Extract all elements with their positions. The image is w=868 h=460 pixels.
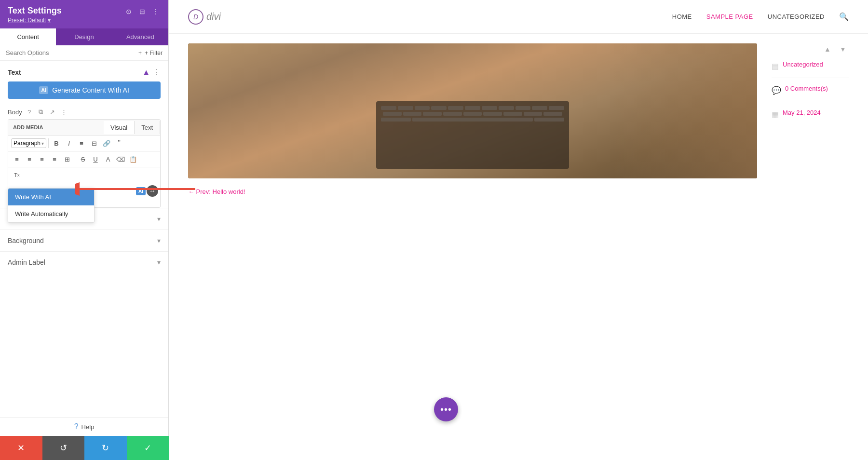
background-collapse-header[interactable]: Background ▾ (0, 230, 168, 251)
hero-image-inner (188, 43, 757, 178)
save-button[interactable]: ✓ (127, 436, 169, 460)
align-right-btn[interactable]: ≡ (36, 153, 48, 165)
paragraph-select[interactable]: Paragraph ▾ (11, 138, 46, 148)
subscript-btn[interactable]: Tx (11, 169, 23, 181)
sidebar-item-comments-text[interactable]: 0 Comments(s) (785, 85, 828, 92)
sidebar-item-date-text[interactable]: May 21, 2024 (783, 109, 821, 116)
cancel-button[interactable]: ✕ (0, 436, 42, 460)
nav-uncategorized[interactable]: UNCATEGORIZED (768, 13, 825, 20)
editor-toolbar-row2: ≡ ≡ ≡ ≡ ⊞ S U A ⌫ 📋 (8, 151, 160, 167)
add-media-button[interactable]: ADD MEDIA (8, 120, 48, 135)
panel-tabs: Content Design Advanced (0, 28, 168, 45)
search-bar: + + Filter (0, 45, 168, 61)
site-logo[interactable]: D divi (188, 9, 221, 25)
italic-btn[interactable]: I (63, 137, 75, 149)
write-automatically-item[interactable]: Write Automatically (8, 205, 94, 222)
align-left-btn[interactable]: ≡ (11, 153, 23, 165)
unordered-list-btn[interactable]: ≡ (76, 137, 87, 149)
background-section: Background ▾ (0, 230, 168, 251)
settings-icon[interactable]: ⊙ (124, 7, 134, 16)
generate-ai-button[interactable]: AI Generate Content With AI (8, 81, 161, 99)
help-footer: ? Help (0, 417, 168, 436)
tab-content[interactable]: Content (0, 28, 56, 45)
sidebar-item-uncategorized-text[interactable]: Uncategorized (783, 61, 823, 68)
background-collapse-icon: ▾ (157, 237, 161, 244)
search-nav-icon[interactable]: 🔍 (839, 12, 849, 21)
table-btn[interactable]: ⊞ (61, 153, 73, 165)
sidebar-nav-down[interactable]: ▼ (837, 43, 849, 55)
panel-title: Text Settings (8, 6, 124, 16)
help-circle-icon[interactable]: ? (25, 108, 34, 116)
prev-link[interactable]: ← Prev: Hello world! (188, 188, 757, 195)
paste-text-btn[interactable]: 📋 (127, 153, 139, 165)
search-input[interactable] (6, 49, 138, 56)
text-section-title: Text (8, 68, 21, 76)
ai-icon: AI (39, 86, 48, 94)
cursor-icon[interactable]: ↗ (48, 108, 57, 116)
main-article: ← Prev: Hello world! (188, 43, 757, 441)
ordered-list-btn[interactable]: ⊟ (88, 137, 100, 149)
link-collapse-icon: ▾ (157, 215, 161, 223)
redo-button[interactable]: ↻ (84, 436, 127, 460)
align-center-btn[interactable]: ≡ (24, 153, 35, 165)
ai-badge[interactable]: AI (136, 187, 146, 195)
tab-advanced[interactable]: Advanced (112, 28, 168, 45)
help-icon: ? (74, 422, 79, 431)
nav-links: HOME SAMPLE PAGE UNCATEGORIZED 🔍 (672, 12, 849, 21)
filter-button[interactable]: + + Filter (138, 50, 163, 56)
floating-action-button[interactable]: ••• (434, 397, 458, 421)
nav-sample-page[interactable]: SAMPLE PAGE (706, 13, 753, 20)
bold-btn[interactable]: B (51, 137, 62, 149)
link-btn[interactable]: 🔗 (101, 137, 112, 149)
admin-label-collapse-icon: ▾ (157, 258, 161, 266)
divider1 (48, 138, 49, 148)
calendar-icon: ▦ (772, 110, 779, 119)
columns-icon[interactable]: ⊟ (137, 7, 147, 16)
nav-home[interactable]: HOME (672, 13, 692, 20)
blockquote-btn[interactable]: " (113, 137, 125, 149)
strikethrough-btn[interactable]: S (77, 153, 89, 165)
align-justify-btn[interactable]: ≡ (49, 153, 60, 165)
editor-tab-text[interactable]: Text (135, 121, 160, 134)
left-panel: Text Settings Preset: Default ▾ ⊙ ⊟ ⋮ Co… (0, 0, 169, 460)
divider2 (75, 154, 75, 164)
text-color-btn[interactable]: A (102, 153, 114, 165)
tab-design[interactable]: Design (56, 28, 112, 45)
sidebar: ▲ ▼ ▤ Uncategorized 💬 0 Comments(s) ▦ Ma… (772, 43, 849, 441)
grid-icon: ▤ (772, 62, 779, 71)
undo-button[interactable]: ↺ (42, 436, 85, 460)
more-icon[interactable]: ⋮ (151, 7, 161, 16)
collapse-btn[interactable]: ▲ (142, 68, 150, 77)
right-content: D divi HOME SAMPLE PAGE UNCATEGORIZED 🔍 (169, 0, 868, 460)
sidebar-nav-arrows: ▲ ▼ (772, 43, 849, 55)
editor-toolbar-row3: Tx (8, 167, 160, 183)
editor-tab-visual[interactable]: Visual (104, 121, 135, 134)
comment-icon: 💬 (772, 86, 781, 95)
help-label[interactable]: Help (81, 423, 95, 431)
sidebar-item-comments: 💬 0 Comments(s) (772, 85, 849, 102)
admin-label-section: Admin Label ▾ (0, 251, 168, 273)
logo-circle: D (188, 9, 203, 25)
copy-icon[interactable]: ⧉ (37, 108, 45, 116)
underline-btn[interactable]: U (90, 153, 101, 165)
logo-name: divi (206, 11, 221, 22)
write-with-ai-item[interactable]: Write With AI (8, 189, 94, 205)
ai-button-label: Generate Content With AI (52, 86, 129, 94)
admin-label-collapse-header[interactable]: Admin Label ▾ (0, 252, 168, 273)
panel-header: Text Settings Preset: Default ▾ ⊙ ⊟ ⋮ (0, 0, 168, 28)
sidebar-nav-up[interactable]: ▲ (822, 43, 833, 55)
sidebar-item-uncategorized: ▤ Uncategorized (772, 61, 849, 78)
panel-preset[interactable]: Preset: Default ▾ (8, 17, 124, 24)
editor-toolbar-row1: Paragraph ▾ B I ≡ ⊟ 🔗 " (8, 135, 160, 151)
section-more-btn[interactable]: ⋮ (153, 68, 161, 77)
eraser-btn[interactable]: ⌫ (115, 153, 126, 165)
floating-btn-icon: ••• (440, 404, 452, 415)
section-controls: ▲ ⋮ (142, 68, 161, 77)
body-toolbar: Body ? ⧉ ↗ ⋮ (0, 105, 168, 119)
bottom-action-bar: ✕ ↺ ↻ ✓ (0, 436, 169, 460)
text-section-header: Text ▲ ⋮ (0, 61, 168, 81)
more-dots-icon[interactable]: ⋮ (60, 108, 68, 116)
panel-header-icons: ⊙ ⊟ ⋮ (124, 7, 161, 16)
hero-image (188, 43, 757, 178)
move-badge[interactable]: ↔ (147, 185, 158, 197)
